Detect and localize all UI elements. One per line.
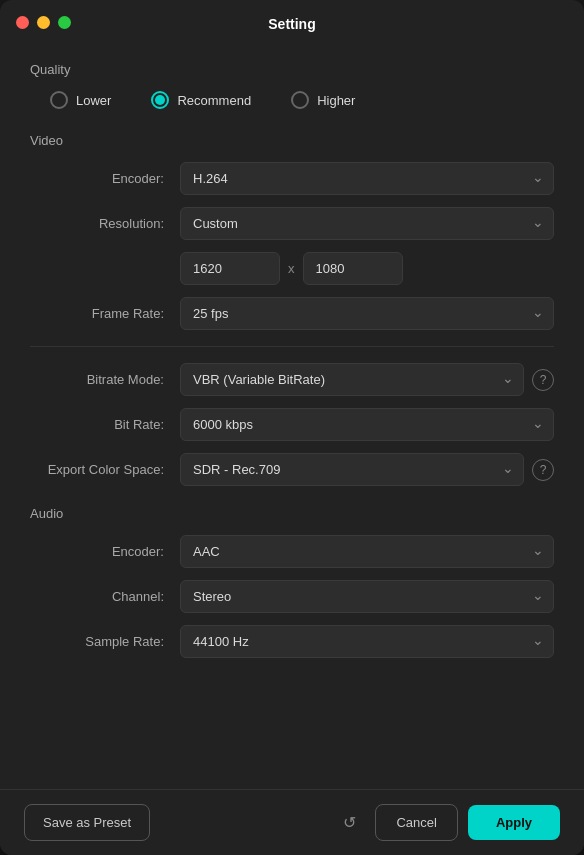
audio-encoder-select[interactable]: AAC MP3 FLAC: [180, 535, 554, 568]
sample-rate-select-wrapper[interactable]: 44100 Hz 48000 Hz 96000 Hz: [180, 625, 554, 658]
bit-rate-control: 3000 kbps 6000 kbps 8000 kbps 12000 kbps: [180, 408, 554, 441]
audio-encoder-label: Encoder:: [30, 544, 180, 559]
radio-recommend[interactable]: [151, 91, 169, 109]
color-space-label: Export Color Space:: [30, 462, 180, 477]
video-section-label: Video: [30, 133, 554, 148]
resolution-control: Custom 1920x1080 1280x720 3840x2160: [180, 207, 554, 240]
sample-rate-select[interactable]: 44100 Hz 48000 Hz 96000 Hz: [180, 625, 554, 658]
divider-1: [30, 346, 554, 347]
frame-rate-select-wrapper[interactable]: 24 fps 25 fps 30 fps 60 fps: [180, 297, 554, 330]
frame-rate-label: Frame Rate:: [30, 306, 180, 321]
video-settings: Encoder: H.264 H.265 ProRes Resolution:: [30, 162, 554, 486]
resolution-inputs-wrap: 1620 x 1080: [180, 252, 554, 285]
radio-lower[interactable]: [50, 91, 68, 109]
color-space-help-icon[interactable]: ?: [532, 459, 554, 481]
resolution-row: Resolution: Custom 1920x1080 1280x720 38…: [30, 207, 554, 240]
encoder-select[interactable]: H.264 H.265 ProRes: [180, 162, 554, 195]
cancel-button[interactable]: Cancel: [375, 804, 457, 841]
resolution-x-separator: x: [288, 261, 295, 276]
encoder-control: H.264 H.265 ProRes: [180, 162, 554, 195]
bitrate-mode-label: Bitrate Mode:: [30, 372, 180, 387]
reset-icon[interactable]: ↺: [333, 807, 365, 839]
minimize-button[interactable]: [37, 16, 50, 29]
channel-label: Channel:: [30, 589, 180, 604]
title-bar: Setting: [0, 0, 584, 44]
audio-settings: Encoder: AAC MP3 FLAC Channel:: [30, 535, 554, 658]
footer: Save as Preset ↺ Cancel Apply: [0, 789, 584, 855]
color-space-row: Export Color Space: SDR - Rec.709 HDR - …: [30, 453, 554, 486]
traffic-lights: [16, 16, 71, 29]
frame-rate-select[interactable]: 24 fps 25 fps 30 fps 60 fps: [180, 297, 554, 330]
resolution-inputs: 1620 x 1080: [180, 252, 403, 285]
save-preset-button[interactable]: Save as Preset: [24, 804, 150, 841]
bit-rate-select[interactable]: 3000 kbps 6000 kbps 8000 kbps 12000 kbps: [180, 408, 554, 441]
apply-button[interactable]: Apply: [468, 805, 560, 840]
window-title: Setting: [268, 16, 315, 32]
frame-rate-control: 24 fps 25 fps 30 fps 60 fps: [180, 297, 554, 330]
encoder-row: Encoder: H.264 H.265 ProRes: [30, 162, 554, 195]
radio-recommend-label: Recommend: [177, 93, 251, 108]
channel-select-wrapper[interactable]: Mono Stereo 5.1: [180, 580, 554, 613]
resolution-width-input[interactable]: 1620: [180, 252, 280, 285]
bitrate-mode-help-icon[interactable]: ?: [532, 369, 554, 391]
channel-control: Mono Stereo 5.1: [180, 580, 554, 613]
frame-rate-row: Frame Rate: 24 fps 25 fps 30 fps 60 fps: [30, 297, 554, 330]
maximize-button[interactable]: [58, 16, 71, 29]
audio-encoder-select-wrapper[interactable]: AAC MP3 FLAC: [180, 535, 554, 568]
settings-window: Setting Quality Lower Recommend Higher: [0, 0, 584, 855]
bitrate-mode-row: Bitrate Mode: VBR (Variable BitRate) CBR…: [30, 363, 554, 396]
bitrate-mode-control: VBR (Variable BitRate) CBR (Constant Bit…: [180, 363, 554, 396]
quality-option-lower[interactable]: Lower: [50, 91, 111, 109]
quality-option-higher[interactable]: Higher: [291, 91, 355, 109]
color-space-select-wrapper[interactable]: SDR - Rec.709 HDR - Rec.2020: [180, 453, 524, 486]
quality-option-recommend[interactable]: Recommend: [151, 91, 251, 109]
resolution-select-wrapper[interactable]: Custom 1920x1080 1280x720 3840x2160: [180, 207, 554, 240]
radio-higher[interactable]: [291, 91, 309, 109]
bit-rate-select-wrapper[interactable]: 3000 kbps 6000 kbps 8000 kbps 12000 kbps: [180, 408, 554, 441]
bitrate-mode-select[interactable]: VBR (Variable BitRate) CBR (Constant Bit…: [180, 363, 524, 396]
quality-options: Lower Recommend Higher: [30, 91, 554, 109]
encoder-label: Encoder:: [30, 171, 180, 186]
audio-encoder-control: AAC MP3 FLAC: [180, 535, 554, 568]
resolution-height-input[interactable]: 1080: [303, 252, 403, 285]
channel-row: Channel: Mono Stereo 5.1: [30, 580, 554, 613]
resolution-custom-row: 1620 x 1080: [30, 252, 554, 285]
close-button[interactable]: [16, 16, 29, 29]
resolution-label: Resolution:: [30, 216, 180, 231]
channel-select[interactable]: Mono Stereo 5.1: [180, 580, 554, 613]
audio-section-label: Audio: [30, 506, 554, 521]
radio-recommend-inner: [155, 95, 165, 105]
settings-content: Quality Lower Recommend Higher Video: [0, 44, 584, 789]
bitrate-mode-select-wrapper[interactable]: VBR (Variable BitRate) CBR (Constant Bit…: [180, 363, 524, 396]
color-space-control: SDR - Rec.709 HDR - Rec.2020 ?: [180, 453, 554, 486]
audio-encoder-row: Encoder: AAC MP3 FLAC: [30, 535, 554, 568]
sample-rate-row: Sample Rate: 44100 Hz 48000 Hz 96000 Hz: [30, 625, 554, 658]
color-space-select[interactable]: SDR - Rec.709 HDR - Rec.2020: [180, 453, 524, 486]
resolution-select[interactable]: Custom 1920x1080 1280x720 3840x2160: [180, 207, 554, 240]
sample-rate-label: Sample Rate:: [30, 634, 180, 649]
encoder-select-wrapper[interactable]: H.264 H.265 ProRes: [180, 162, 554, 195]
bit-rate-row: Bit Rate: 3000 kbps 6000 kbps 8000 kbps …: [30, 408, 554, 441]
bit-rate-label: Bit Rate:: [30, 417, 180, 432]
radio-higher-label: Higher: [317, 93, 355, 108]
sample-rate-control: 44100 Hz 48000 Hz 96000 Hz: [180, 625, 554, 658]
radio-lower-label: Lower: [76, 93, 111, 108]
quality-section-label: Quality: [30, 62, 554, 77]
